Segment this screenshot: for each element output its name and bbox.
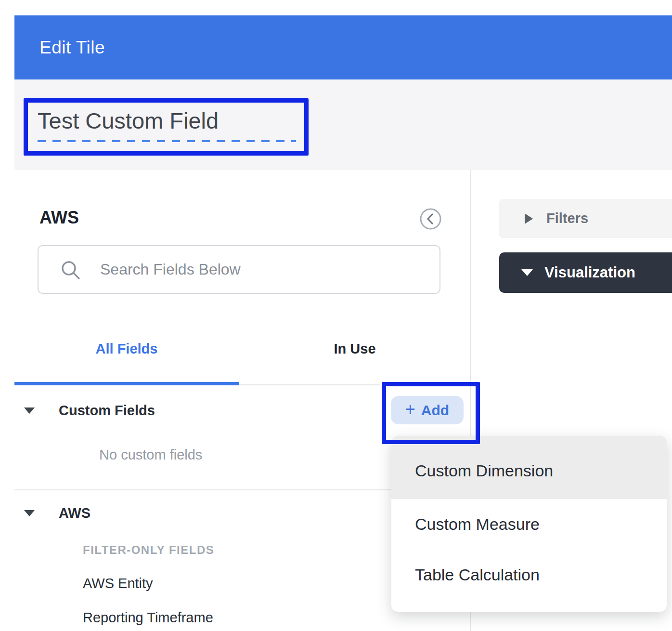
menu-item-custom-measure[interactable]: Custom Measure [391, 499, 667, 550]
triangle-down-icon [24, 408, 35, 414]
tab-active-indicator [14, 382, 239, 385]
section-label-custom-fields: Custom Fields [59, 403, 155, 419]
tile-title-input[interactable]: Test Custom Field [38, 108, 219, 134]
dialog-title: Edit Tile [39, 38, 105, 58]
field-item-aws-entity[interactable]: AWS Entity [83, 576, 153, 592]
custom-fields-empty-message: No custom fields [99, 447, 202, 463]
dialog-header: Edit Tile [14, 15, 672, 79]
collapse-panel-button[interactable] [419, 208, 442, 230]
menu-item-custom-dimension[interactable]: Custom Dimension [391, 436, 667, 499]
menu-item-table-calculation[interactable]: Table Calculation [391, 550, 667, 600]
tab-in-use[interactable]: In Use [239, 341, 471, 370]
search-input[interactable] [100, 246, 432, 293]
title-input-underline [38, 140, 296, 142]
add-custom-field-button[interactable]: + Add [391, 396, 464, 424]
field-item-reporting-timeframe[interactable]: Reporting Timeframe [83, 610, 213, 626]
section-header-aws[interactable]: AWS [24, 505, 90, 521]
visualization-section-toggle[interactable]: Visualization [499, 252, 672, 293]
chevron-left-circle-icon [419, 224, 442, 232]
search-field[interactable] [38, 245, 440, 294]
add-field-menu: Custom Dimension Custom Measure Table Ca… [391, 436, 667, 612]
filters-section-toggle[interactable]: Filters [499, 199, 672, 238]
triangle-right-icon [525, 213, 533, 224]
edit-tile-dialog: Edit Tile Test Custom Field AWS All Fiel… [0, 0, 672, 631]
section-header-custom-fields[interactable]: Custom Fields [24, 403, 155, 419]
section-label-aws: AWS [59, 505, 90, 521]
add-button-label: Add [421, 402, 449, 419]
triangle-down-icon [24, 510, 35, 516]
tab-all-fields[interactable]: All Fields [14, 341, 239, 370]
triangle-down-icon [521, 269, 533, 276]
visualization-label: Visualization [544, 264, 635, 281]
explore-name: AWS [39, 208, 79, 228]
search-icon [60, 259, 82, 281]
plus-icon: + [405, 401, 415, 418]
filters-label: Filters [546, 210, 588, 226]
filter-only-fields-heading: FILTER-ONLY FIELDS [83, 543, 214, 557]
